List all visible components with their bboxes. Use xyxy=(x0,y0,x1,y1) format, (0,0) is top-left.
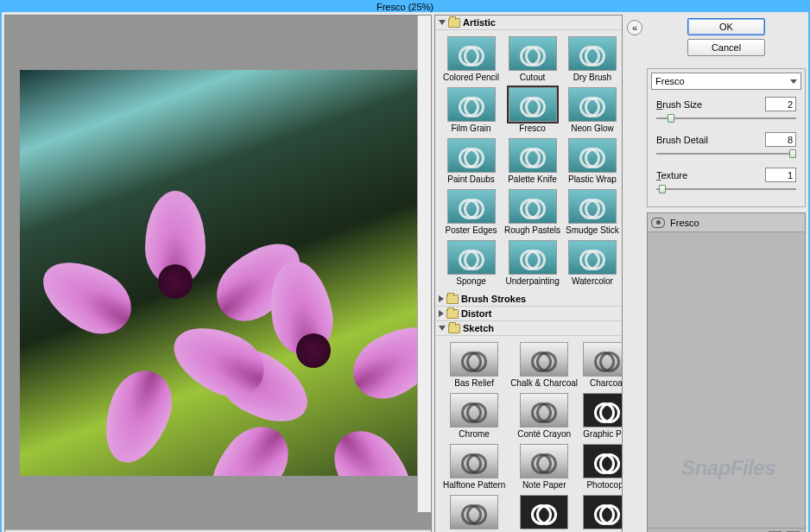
disclosure-down-icon xyxy=(439,20,446,25)
filter-thumb[interactable]: Bas Relief xyxy=(442,341,506,389)
filter-gallery-scroll[interactable]: Artistic Colored PencilCutoutDry BrushFi… xyxy=(434,15,623,532)
param-slider[interactable] xyxy=(656,184,796,194)
category-artistic[interactable]: Artistic xyxy=(435,16,622,30)
disclosure-right-icon xyxy=(439,310,444,317)
preview-vscroll[interactable] xyxy=(417,16,431,512)
thumb-label: Paint Daubs xyxy=(447,174,494,184)
thumb-preview xyxy=(450,444,498,478)
filter-params: Fresco Brush SizeBrush DetailTexture xyxy=(647,68,806,207)
thumb-preview xyxy=(568,138,617,173)
collapse-column: « xyxy=(625,15,644,532)
thumb-preview xyxy=(520,342,568,377)
thumb-label: Plastic Wrap xyxy=(568,174,617,184)
thumb-label: Rough Pastels xyxy=(504,225,560,235)
filter-thumb[interactable]: Rough Pastels xyxy=(503,188,561,236)
filter-thumb[interactable]: Sponge xyxy=(442,239,500,287)
thumb-preview xyxy=(568,36,617,71)
filter-thumb[interactable]: Stamp xyxy=(582,494,623,532)
filter-thumb[interactable]: Smudge Stick xyxy=(565,188,620,236)
thumb-preview xyxy=(509,87,557,122)
filter-thumb[interactable]: Watercolor xyxy=(565,239,620,287)
thumb-preview xyxy=(450,495,498,529)
effect-layers-body: SnapFiles xyxy=(648,232,805,528)
category-label: Sketch xyxy=(463,323,494,333)
filter-thumb[interactable]: Neon Glow xyxy=(565,86,620,134)
preview-canvas[interactable] xyxy=(5,16,431,529)
thumb-label: Bas Relief xyxy=(454,378,494,388)
thumb-label: Sponge xyxy=(456,276,485,286)
dialog-buttons: OK Cancel xyxy=(647,15,806,63)
category-distort[interactable]: Distort xyxy=(435,307,622,321)
sketch-grid: Bas ReliefChalk & CharcoalCharcoalChrome… xyxy=(435,336,622,532)
filter-thumb[interactable]: Colored Pencil xyxy=(442,35,500,83)
thumb-label: Neon Glow xyxy=(571,124,613,133)
thumb-label: Cutout xyxy=(520,73,545,82)
ok-button[interactable]: OK xyxy=(687,18,765,35)
controls-panel: OK Cancel Fresco Brush SizeBrush DetailT… xyxy=(647,15,806,532)
cancel-button[interactable]: Cancel xyxy=(687,39,765,56)
thumb-label: Smudge Stick xyxy=(566,225,619,235)
filter-thumb[interactable]: Dry Brush xyxy=(565,35,620,83)
thumb-preview xyxy=(447,36,496,71)
filter-thumb[interactable]: Conté Crayon xyxy=(509,392,579,440)
thumb-preview xyxy=(447,240,496,275)
category-label: Distort xyxy=(461,308,491,319)
thumb-label: Note Paper xyxy=(522,480,566,490)
param-input[interactable] xyxy=(765,97,796,111)
thumb-preview xyxy=(447,189,496,224)
thumb-preview xyxy=(509,138,557,173)
effect-layers-footer xyxy=(648,528,805,532)
filter-thumb[interactable]: Charcoal xyxy=(582,341,623,389)
thumb-label: Poster Edges xyxy=(446,225,497,235)
filter-name-select[interactable]: Fresco xyxy=(651,73,801,90)
category-sketch[interactable]: Sketch xyxy=(435,321,622,336)
param-label: Brush Size xyxy=(656,99,702,110)
disclosure-down-icon xyxy=(439,326,446,331)
chevron-down-icon xyxy=(790,79,797,84)
param-slider[interactable] xyxy=(656,149,796,159)
param-input[interactable] xyxy=(765,168,796,182)
collapse-glyph: « xyxy=(632,22,637,33)
filter-thumb[interactable]: Palette Knife xyxy=(503,137,561,185)
thumb-preview xyxy=(568,189,617,224)
collapse-gallery-button[interactable]: « xyxy=(627,20,642,35)
watermark: SnapFiles xyxy=(681,456,775,480)
window-title: Fresco (25%) xyxy=(377,2,433,12)
filter-thumb[interactable]: Plaster xyxy=(442,494,506,532)
thumb-preview xyxy=(583,495,623,529)
thumb-label: Dry Brush xyxy=(573,73,611,82)
thumb-label: Conté Crayon xyxy=(517,429,571,439)
thumb-preview xyxy=(568,87,617,122)
filter-thumb[interactable]: Paint Daubs xyxy=(442,137,500,185)
thumb-label: Film Grain xyxy=(451,124,490,133)
filter-thumb[interactable]: Plastic Wrap xyxy=(565,137,620,185)
effect-layers-panel: Fresco SnapFiles xyxy=(647,212,806,532)
filter-thumb[interactable]: Fresco xyxy=(503,86,561,134)
thumb-label: Watercolor xyxy=(572,276,613,286)
titlebar[interactable]: Fresco (25%) xyxy=(2,2,808,12)
effect-layer-row[interactable]: Fresco xyxy=(648,213,805,232)
window-body: - + 25% Artistic Colored PencilCutoutDry… xyxy=(2,12,808,532)
filter-thumb[interactable]: Cutout xyxy=(503,35,561,83)
filter-thumb[interactable]: Chalk & Charcoal xyxy=(509,341,579,389)
filter-thumb[interactable]: Film Grain xyxy=(442,86,500,134)
filter-thumb[interactable]: Note Paper xyxy=(509,443,579,491)
thumb-preview xyxy=(520,495,568,529)
filter-thumb[interactable]: Poster Edges xyxy=(442,188,500,236)
filter-thumb[interactable]: Graphic Pen xyxy=(582,392,623,440)
param-input[interactable] xyxy=(765,132,796,147)
preview-image xyxy=(20,70,417,476)
filter-thumb[interactable]: Photocopy xyxy=(582,443,623,491)
param-slider[interactable] xyxy=(656,113,796,124)
filter-thumb[interactable]: Underpainting xyxy=(503,239,561,287)
category-label: Artistic xyxy=(463,17,496,28)
filter-thumb[interactable]: Halftone Pattern xyxy=(442,443,506,491)
thumb-preview xyxy=(583,393,623,428)
eye-icon[interactable] xyxy=(651,218,665,228)
thumb-label: Chalk & Charcoal xyxy=(510,378,578,388)
filter-thumb[interactable]: Chrome xyxy=(442,392,506,440)
category-brush-strokes[interactable]: Brush Strokes xyxy=(435,292,622,307)
filter-thumb[interactable]: Reticulation xyxy=(509,494,579,532)
param-label: Texture xyxy=(656,170,687,180)
param-row: Brush Detail xyxy=(648,129,805,147)
